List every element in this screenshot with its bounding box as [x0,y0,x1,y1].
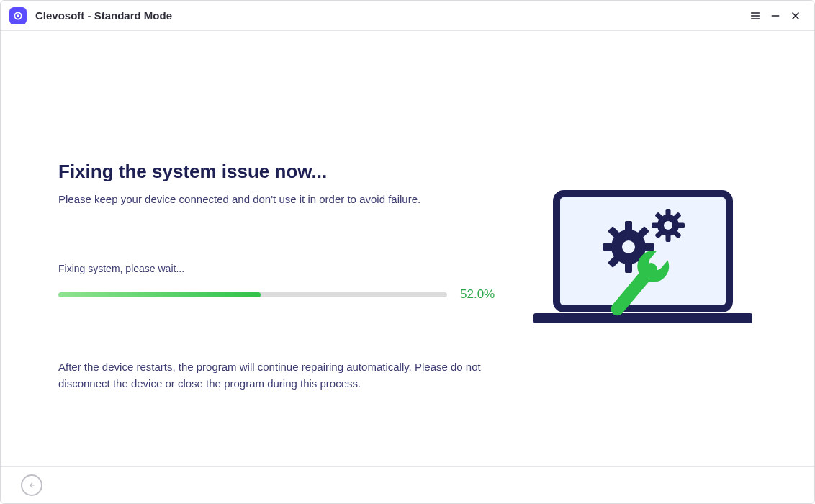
main-content: Fixing the system issue now... Please ke… [1,31,814,466]
status-label: Fixing system, please wait... [58,263,505,274]
app-logo-icon [9,7,27,24]
svg-point-12 [622,240,635,253]
minimize-button[interactable] [765,6,785,26]
svg-rect-9 [533,313,752,323]
page-subtext: Please keep your device connected and do… [58,193,505,205]
app-window: Clevosoft - Standard Mode Fixing the sys… [0,0,815,504]
close-button[interactable] [785,6,806,26]
progress-fill [58,292,261,297]
svg-rect-11 [625,221,632,231]
progress-percent-label: 52.0% [460,287,495,302]
page-heading: Fixing the system issue now... [58,161,505,183]
svg-point-1 [17,14,19,17]
hamburger-icon [749,10,761,22]
footer-bar [1,466,814,503]
minimize-icon [770,10,781,22]
arrow-left-icon [27,480,37,490]
laptop-repair-illustration [528,189,758,333]
gear-small-icon [652,209,685,242]
progress-bar [58,292,447,297]
svg-rect-14 [666,209,671,216]
close-icon [790,10,801,22]
progress-row: 52.0% [58,287,505,302]
back-button[interactable] [21,474,42,496]
titlebar: Clevosoft - Standard Mode [1,1,814,31]
menu-button[interactable] [745,6,765,26]
app-title: Clevosoft - Standard Mode [35,9,172,22]
svg-point-15 [664,221,672,230]
info-note: After the device restarts, the program w… [58,359,490,392]
